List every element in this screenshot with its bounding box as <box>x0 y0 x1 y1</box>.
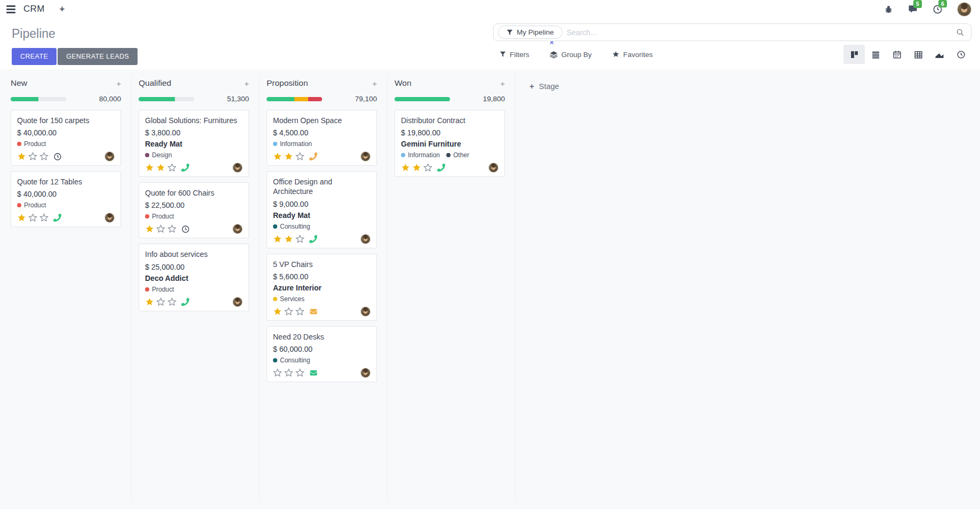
add-stage-button[interactable]: + Stage <box>529 82 559 91</box>
column-title[interactable]: Won <box>395 78 412 88</box>
star-empty-icon[interactable] <box>39 213 49 222</box>
card-priority-stars[interactable] <box>273 152 304 161</box>
card-activity-icon[interactable] <box>309 369 318 376</box>
card-activity-icon[interactable] <box>309 152 317 160</box>
column-progressbar[interactable] <box>395 97 450 101</box>
star-empty-icon[interactable] <box>284 307 293 316</box>
star-filled-icon[interactable] <box>17 213 26 222</box>
star-filled-icon[interactable] <box>17 152 26 161</box>
filters-button[interactable]: Filters <box>500 51 529 59</box>
group-by-button[interactable]: Group By <box>550 51 592 59</box>
star-empty-icon[interactable] <box>273 368 282 377</box>
column-progressbar[interactable] <box>139 97 194 101</box>
star-empty-icon[interactable] <box>295 307 304 316</box>
card-avatar[interactable] <box>232 224 243 234</box>
star-filled-icon[interactable] <box>412 163 421 172</box>
app-name[interactable]: CRM <box>23 4 45 14</box>
debug-bug-icon[interactable] <box>884 5 893 14</box>
star-empty-icon[interactable] <box>423 163 432 172</box>
card-activity-icon[interactable] <box>181 164 189 172</box>
star-filled-icon[interactable] <box>284 235 293 244</box>
card-priority-stars[interactable] <box>145 297 176 306</box>
column-quick-add-icon[interactable]: + <box>244 79 249 88</box>
view-kanban-button[interactable] <box>844 45 865 64</box>
kanban-card[interactable]: 5 VP Chairs $ 5,600.00 Azure Interior Se… <box>267 254 377 321</box>
star-empty-icon[interactable] <box>28 152 37 161</box>
card-avatar[interactable] <box>360 306 371 317</box>
column-progressbar[interactable] <box>11 97 66 101</box>
card-avatar[interactable] <box>488 163 499 173</box>
column-quick-add-icon[interactable]: + <box>500 79 505 88</box>
star-filled-icon[interactable] <box>145 163 154 172</box>
column-progressbar[interactable] <box>267 97 322 101</box>
messages-icon[interactable]: 5 <box>907 4 918 14</box>
apps-menu-icon[interactable] <box>6 5 15 13</box>
star-empty-icon[interactable] <box>295 235 304 244</box>
search-icon[interactable] <box>956 28 965 37</box>
star-empty-icon[interactable] <box>156 297 165 306</box>
card-avatar[interactable] <box>360 151 371 161</box>
search-input[interactable] <box>567 28 956 37</box>
facet-remove-icon[interactable]: × <box>549 39 555 46</box>
kanban-card[interactable]: Quote for 600 Chairs $ 22,500.00 Product <box>139 182 249 238</box>
card-activity-icon[interactable] <box>181 298 189 306</box>
column-title[interactable]: New <box>11 78 27 88</box>
card-activity-icon[interactable] <box>53 214 61 222</box>
activities-clock-icon[interactable]: 6 <box>933 4 943 14</box>
card-priority-stars[interactable] <box>401 163 432 172</box>
star-empty-icon[interactable] <box>167 163 176 172</box>
star-filled-icon[interactable] <box>284 152 293 161</box>
star-empty-icon[interactable] <box>156 224 165 233</box>
star-filled-icon[interactable] <box>273 307 282 316</box>
star-filled-icon[interactable] <box>156 163 165 172</box>
create-button[interactable]: CREATE <box>12 48 57 65</box>
card-priority-stars[interactable] <box>17 213 49 222</box>
card-priority-stars[interactable] <box>145 224 176 233</box>
view-list-button[interactable] <box>865 45 886 64</box>
favorites-button[interactable]: Favorites <box>612 51 653 59</box>
view-graph-button[interactable] <box>929 45 950 64</box>
star-empty-icon[interactable] <box>39 152 49 161</box>
view-activity-button[interactable] <box>950 45 971 64</box>
star-empty-icon[interactable] <box>284 368 293 377</box>
kanban-card[interactable]: Quote for 150 carpets $ 40,000.00 Produc… <box>11 110 121 166</box>
card-activity-icon[interactable] <box>53 152 62 161</box>
kanban-card[interactable]: Need 20 Desks $ 60,000.00 Consulting <box>267 326 377 382</box>
card-activity-icon[interactable] <box>309 308 318 315</box>
kanban-card[interactable]: Global Solutions: Furnitures $ 3,800.00 … <box>139 110 249 177</box>
card-avatar[interactable] <box>105 213 115 223</box>
kanban-card[interactable]: Office Design and Architecture $ 9,000.0… <box>267 171 377 248</box>
card-priority-stars[interactable] <box>273 368 304 377</box>
column-title[interactable]: Proposition <box>267 78 308 88</box>
card-priority-stars[interactable] <box>145 163 176 172</box>
column-quick-add-icon[interactable]: + <box>372 79 377 88</box>
star-filled-icon[interactable] <box>401 163 410 172</box>
view-calendar-button[interactable] <box>886 45 907 64</box>
star-empty-icon[interactable] <box>295 152 304 161</box>
card-avatar[interactable] <box>105 151 115 161</box>
search-bar[interactable]: My Pipeline × <box>493 23 971 41</box>
card-avatar[interactable] <box>360 368 371 378</box>
card-priority-stars[interactable] <box>17 152 49 161</box>
card-priority-stars[interactable] <box>273 235 304 244</box>
star-empty-icon[interactable] <box>167 297 176 306</box>
card-activity-icon[interactable] <box>309 235 317 243</box>
star-empty-icon[interactable] <box>28 213 37 222</box>
user-avatar[interactable] <box>957 2 971 17</box>
card-avatar[interactable] <box>360 234 371 244</box>
star-filled-icon[interactable] <box>145 224 154 233</box>
card-activity-icon[interactable] <box>181 225 190 233</box>
star-empty-icon[interactable] <box>167 224 176 233</box>
kanban-card[interactable]: Info about services $ 25,000.00 Deco Add… <box>139 244 249 311</box>
star-filled-icon[interactable] <box>273 235 282 244</box>
star-empty-icon[interactable] <box>295 368 304 377</box>
generate-leads-button[interactable]: GENERATE LEADS <box>58 48 138 65</box>
card-priority-stars[interactable] <box>273 307 304 316</box>
kanban-card[interactable]: Distributor Contract $ 19,800.00 Gemini … <box>395 110 505 177</box>
card-avatar[interactable] <box>232 163 243 173</box>
card-activity-icon[interactable] <box>437 164 445 172</box>
kanban-card[interactable]: Quote for 12 Tables $ 40,000.00 Product <box>11 171 121 227</box>
card-avatar[interactable] <box>232 297 243 307</box>
column-title[interactable]: Qualified <box>139 78 171 88</box>
star-filled-icon[interactable] <box>273 152 282 161</box>
